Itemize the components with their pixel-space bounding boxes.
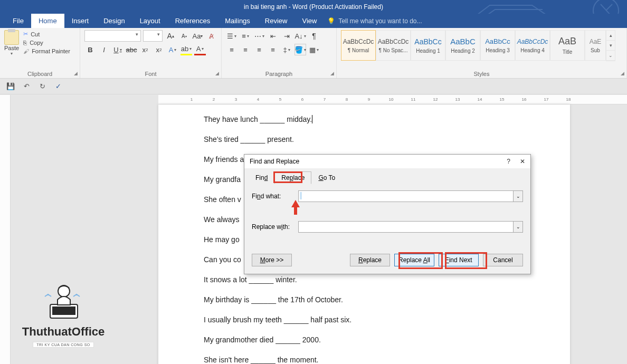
menu-bar: File Home Insert Design Layout Reference… <box>0 14 627 28</box>
doc-line: They have lunch ______ midday. <box>204 115 525 123</box>
dialog-tab-replace[interactable]: Replace <box>274 171 311 184</box>
save-button[interactable]: 💾 <box>5 81 16 92</box>
doc-line: She isn't here ______ the moment. <box>204 356 525 364</box>
style-title[interactable]: AaBTitle <box>550 30 585 61</box>
tab-review[interactable]: Review <box>258 14 295 28</box>
tab-view[interactable]: View <box>294 14 324 28</box>
shading-button[interactable]: 🪣 <box>294 44 306 55</box>
borders-button[interactable]: ▦ <box>308 44 320 55</box>
multilevel-button[interactable]: ⋯ <box>253 30 265 42</box>
ribbon: Paste ▾ ✂Cut ⎘Copy 🖌Format Painter Clipb… <box>0 28 627 79</box>
undo-button[interactable]: ↶ <box>21 81 32 92</box>
decrease-indent-button[interactable]: ⇤ <box>267 30 279 42</box>
justify-button[interactable]: ≡ <box>267 44 279 55</box>
svg-marker-5 <box>291 200 300 215</box>
align-center-button[interactable]: ≡ <box>240 44 251 55</box>
font-size-combo[interactable] <box>143 30 163 42</box>
doc-line: My birthday is ______ the 17th of Octobe… <box>204 295 525 304</box>
style-subtitle[interactable]: AaESub <box>585 30 606 61</box>
dialog-tab-goto[interactable]: Go To <box>311 171 342 184</box>
horizontal-ruler[interactable]: 1 2 3 4 5 6 7 8 9 10 11 12 13 14 15 16 1… <box>158 95 627 104</box>
doc-line: I usually brush my teeth ______ half pas… <box>204 315 525 324</box>
copy-button[interactable]: ⎘Copy <box>22 39 71 46</box>
font-name-combo[interactable] <box>84 30 141 42</box>
find-next-button[interactable]: Find Next <box>439 254 479 266</box>
text-effects-button[interactable]: A <box>167 44 178 55</box>
style-heading2[interactable]: AaBbCHeading 2 <box>445 30 480 61</box>
styles-gallery[interactable]: AaBbCcDc¶ Normal AaBbCcDc¶ No Spac... Aa… <box>341 30 622 61</box>
spellcheck-button[interactable]: ✓ <box>53 81 63 92</box>
styles-launcher[interactable]: ◢ <box>621 71 624 76</box>
align-left-button[interactable]: ≡ <box>226 44 238 55</box>
italic-button[interactable]: I <box>98 44 110 55</box>
help-button[interactable]: ? <box>507 158 510 165</box>
more-button[interactable]: More >> <box>252 254 292 266</box>
paragraph-launcher[interactable]: ◢ <box>330 71 334 76</box>
close-button[interactable]: ✕ <box>520 158 525 165</box>
sort-button[interactable]: A↓ <box>294 30 306 42</box>
strikethrough-button[interactable]: abc <box>126 44 137 55</box>
style-heading1[interactable]: AaBbCcHeading 1 <box>411 30 445 61</box>
redo-button[interactable]: ↻ <box>37 81 48 92</box>
tab-home[interactable]: Home <box>31 14 64 28</box>
cut-button[interactable]: ✂Cut <box>22 30 71 38</box>
watermark-sub: TRI KY CUA DAN CONG SO <box>33 342 94 348</box>
watermark-logo: ThuthuatOffice TRI KY CUA DAN CONG SO <box>5 275 121 348</box>
cancel-button[interactable]: Cancel <box>483 254 523 266</box>
tab-design[interactable]: Design <box>96 14 132 28</box>
format-painter-button[interactable]: 🖌Format Painter <box>22 47 71 55</box>
shrink-font-button[interactable]: A▾ <box>178 30 190 42</box>
bold-button[interactable]: B <box>84 44 96 55</box>
dialog-title-bar[interactable]: Find and Replace ? ✕ <box>244 155 530 168</box>
underline-button[interactable]: U <box>112 44 124 55</box>
doc-line: She's tired ______ present. <box>204 135 525 143</box>
find-what-input[interactable]: ⌄ <box>298 190 523 202</box>
line-spacing-button[interactable]: ‡ <box>281 44 292 55</box>
tab-file[interactable]: File <box>5 14 31 28</box>
align-right-button[interactable]: ≡ <box>253 44 265 55</box>
group-clipboard: Paste ▾ ✂Cut ⎘Copy 🖌Format Painter Clipb… <box>0 28 80 78</box>
highlight-button[interactable]: ab <box>180 44 192 55</box>
style-nospacing[interactable]: AaBbCcDc¶ No Spac... <box>376 30 411 61</box>
replace-with-dropdown[interactable]: ⌄ <box>513 222 522 232</box>
font-color-button[interactable]: A <box>194 44 206 55</box>
dialog-title: Find and Replace <box>250 158 299 165</box>
subscript-button[interactable]: x2 <box>139 44 151 55</box>
grow-font-button[interactable]: A▴ <box>165 30 176 42</box>
numbering-button[interactable]: ≡ <box>240 30 251 42</box>
bullets-button[interactable]: ☰ <box>226 30 238 42</box>
superscript-button[interactable]: x2 <box>153 44 165 55</box>
replace-with-label: Replace with: <box>252 223 294 231</box>
style-heading3[interactable]: AaBbCcHeading 3 <box>480 30 515 61</box>
replace-all-button[interactable]: Replace All <box>394 254 434 266</box>
style-normal[interactable]: AaBbCcDc¶ Normal <box>341 30 376 61</box>
styles-gallery-expand[interactable]: ▴▾⌄ <box>606 30 615 61</box>
replace-button[interactable]: Replace <box>350 254 390 266</box>
doc-line: It snows a lot ______ winter. <box>204 275 525 284</box>
tab-layout[interactable]: Layout <box>132 14 168 28</box>
paste-button[interactable]: Paste ▾ <box>4 30 19 56</box>
tab-mailings[interactable]: Mailings <box>217 14 258 28</box>
svg-point-1 <box>593 0 619 14</box>
replace-with-input[interactable]: ⌄ <box>298 221 523 233</box>
show-marks-button[interactable]: ¶ <box>308 30 320 42</box>
clipboard-launcher[interactable]: ◢ <box>74 71 78 76</box>
group-label-clipboard: Clipboard <box>4 70 75 77</box>
tab-insert[interactable]: Insert <box>64 14 97 28</box>
tell-me[interactable]: 💡 Tell me what you want to do... <box>327 14 422 28</box>
dialog-tab-find[interactable]: Find <box>249 171 274 184</box>
copy-icon: ⎘ <box>23 40 27 46</box>
style-heading4[interactable]: AaBbCcDcHeading 4 <box>515 30 550 61</box>
clear-formatting-button[interactable]: A̷ <box>205 30 217 42</box>
title-decoration <box>448 0 627 14</box>
increase-indent-button[interactable]: ⇥ <box>281 30 292 42</box>
svg-rect-3 <box>52 306 75 315</box>
group-paragraph: ☰ ≡ ⋯ ⇤ ⇥ A↓ ¶ ≡ ≡ ≡ ≡ ‡ 🪣 ▦ Paragraph ◢ <box>222 28 337 78</box>
font-launcher[interactable]: ◢ <box>215 71 219 76</box>
change-case-button[interactable]: Aa▾ <box>192 30 204 42</box>
clipboard-icon <box>4 30 19 45</box>
find-what-dropdown[interactable]: ⌄ <box>513 191 522 202</box>
tab-references[interactable]: References <box>168 14 217 28</box>
lightbulb-icon: 💡 <box>327 17 335 25</box>
watermark-text: ThuthuatOffice <box>5 325 121 339</box>
